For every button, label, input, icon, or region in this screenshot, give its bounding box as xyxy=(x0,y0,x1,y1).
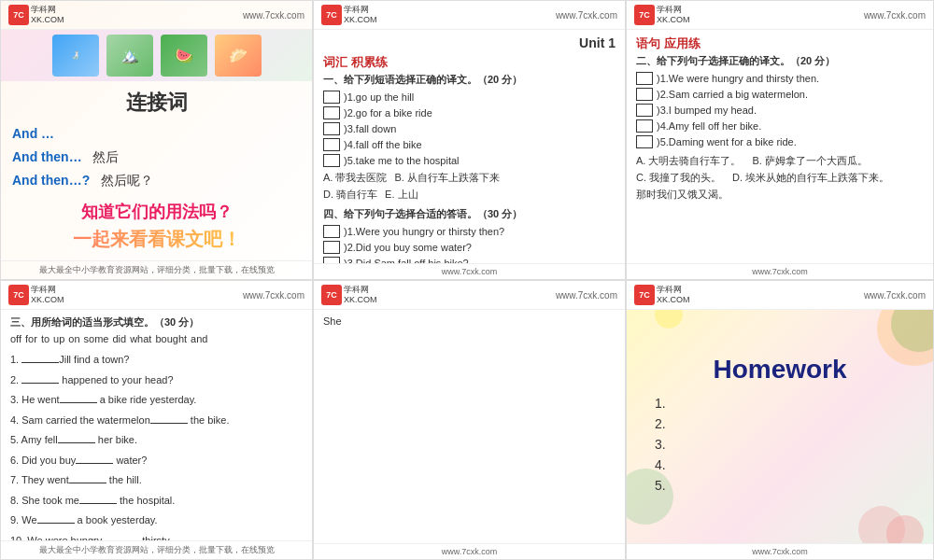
options-section1-2: D. 骑自行车 E. 上山 xyxy=(323,188,616,202)
yq3-text: )3.I bumped my head. xyxy=(657,105,757,116)
panel5-topbar: 7C 学科网 XK.COM www.7cxk.com xyxy=(314,281,625,310)
fill-section-title: 三、用所给词的适当形式填空。（30 分） xyxy=(10,315,303,329)
yq1-bracket xyxy=(636,72,653,85)
panel1-images: 🍶 🏔️ 🍉 🥟 xyxy=(1,30,312,81)
panel2-footer: www.7cxk.com xyxy=(314,263,625,279)
hw-item-3: 3. xyxy=(655,437,924,452)
yq4-text: )4.Amy fell off her bike. xyxy=(657,120,761,132)
questions-section4: )1.Were you hungry or thirsty then? )2.D… xyxy=(323,225,616,263)
questions-section1: )1.go up the hill )2.go for a bike ride … xyxy=(323,91,616,167)
q4-bracket xyxy=(323,138,340,151)
connector-and: And … xyxy=(12,122,301,146)
q1-text: )1.go up the hill xyxy=(344,91,414,103)
q3-bracket xyxy=(323,122,340,135)
homework-list: 1. 2. 3. 4. 5. xyxy=(636,396,924,498)
bottle-image: 🍶 xyxy=(52,35,99,77)
panel6-footer: www.7cxk.com xyxy=(627,543,933,559)
logo-icon-3: 7C xyxy=(634,5,655,25)
slogan-2: 一起来看看课文吧！ xyxy=(12,227,301,252)
fi10: 10. We were hungry thirsty. xyxy=(10,531,303,541)
q5-text: )5.take me to the hospital xyxy=(344,155,460,166)
q4-1-text: )1.Were you hungry or thirsty then? xyxy=(344,226,504,237)
logo-text-1: 学科网 XK.COM xyxy=(31,5,64,25)
hw-item-5: 5. xyxy=(655,478,924,493)
panel-vocab: 7C 学科网 XK.COM www.7cxk.com Unit 1 词汇 积累练… xyxy=(313,0,626,280)
logo-3: 7C 学科网 XK.COM xyxy=(634,5,690,25)
watermelon-image: 🍉 xyxy=(161,35,207,77)
slogan-1: 知道它们的用法吗？ xyxy=(12,201,301,223)
website-2: www.7cxk.com xyxy=(556,10,617,21)
panel-homework: 7C 学科网 XK.COM www.7cxk.com Homework 1. 2… xyxy=(626,280,934,560)
q3-item: )3.fall down xyxy=(323,122,616,135)
website-5: www.7cxk.com xyxy=(556,290,617,301)
panel1-title: 连接词 xyxy=(12,89,301,117)
yq1-text: )1.We were hungry and thirsty then. xyxy=(657,73,819,84)
q2-item: )2.go for a bike ride xyxy=(323,106,616,119)
logo-6: 7C 学科网 XK.COM xyxy=(634,285,690,305)
panel3-footer: www.7cxk.com xyxy=(627,263,933,279)
q4-text: )4.fall off the bike xyxy=(344,139,422,150)
hw-item-4: 4. xyxy=(655,457,924,472)
panel1-topbar: 7C 学科网 XK.COM www.7cxk.com xyxy=(1,1,312,30)
fi2: 2. happened to your head? xyxy=(10,371,303,388)
hw-circle-3 xyxy=(858,506,905,543)
q4-item: )4.fall off the bike xyxy=(323,138,616,151)
vocab-label: 词汇 积累练 xyxy=(323,54,616,71)
logo-icon-1: 7C xyxy=(8,5,29,25)
logo-text-6: 学科网 XK.COM xyxy=(657,285,690,305)
connector-list: And … And then… 然后 And then…? 然后呢？ xyxy=(12,122,301,193)
yopt-A: A. 大明去骑自行车了。 xyxy=(636,154,741,168)
q4-3-item: )3.Did Sam fall off his bike? xyxy=(323,257,616,263)
q1-item: )1.go up the hill xyxy=(323,91,616,104)
panel-select-answer: 7C 学科网 XK.COM www.7cxk.com She www.7cxk.… xyxy=(313,280,626,560)
logo-1: 7C 学科网 XK.COM xyxy=(8,5,64,25)
q1-bracket xyxy=(323,91,340,104)
logo-text-4: 学科网 XK.COM xyxy=(31,285,64,305)
website-1: www.7cxk.com xyxy=(243,10,304,21)
landscape-image: 🏔️ xyxy=(106,35,153,77)
fi1: 1. Jill find a town? xyxy=(10,350,303,368)
options-section1: A. 带我去医院 B. 从自行车上跌落下来 xyxy=(323,171,616,185)
opt-D: D. 骑自行车 xyxy=(323,188,377,202)
panel6-topbar: 7C 学科网 XK.COM www.7cxk.com xyxy=(627,281,933,310)
hw-circle-1 xyxy=(877,310,933,366)
yopt-extra: 那时我们又饿又渴。 xyxy=(636,188,924,202)
panel1-footer: 最大最全中小学教育资源网站，评细分类，批量下载，在线预览 xyxy=(1,260,312,279)
q2-text: )2.go for a bike ride xyxy=(344,107,432,119)
yufa-questions: )1.We were hungry and thirsty then. )2.S… xyxy=(636,72,924,148)
yq2-text: )2.Sam carried a big watermelon. xyxy=(657,89,808,100)
yopt-B: B. 萨姆拿了一个大西瓜。 xyxy=(752,154,867,168)
logo-icon-4: 7C xyxy=(8,285,29,305)
panel4-topbar: 7C 学科网 XK.COM www.7cxk.com xyxy=(1,281,312,310)
food-image: 🥟 xyxy=(215,35,262,77)
fi9: 9. We a book yesterday. xyxy=(10,511,303,528)
panel1-content: 连接词 And … And then… 然后 And then…? 然后呢？ 知… xyxy=(1,81,312,260)
homework-title: Homework xyxy=(713,355,846,385)
hw-item-1: 1. xyxy=(655,396,924,411)
opt-B: B. 从自行车上跌落下来 xyxy=(394,171,499,185)
section4-title: 四、给下列句子选择合适的答语。（30 分） xyxy=(323,207,616,221)
logo-2: 7C 学科网 XK.COM xyxy=(321,5,377,25)
logo-icon-5: 7C xyxy=(321,285,342,305)
yopt-D: D. 埃米从她的自行车上跌落下来。 xyxy=(732,171,889,185)
q3-text: )3.fall down xyxy=(344,123,396,134)
fi4: 4. Sam carried the watermelon the bike. xyxy=(10,411,303,428)
panel-yufa: 7C 学科网 XK.COM www.7cxk.com 语句 应用练 二、给下列句… xyxy=(626,0,934,280)
opt-A: A. 带我去医院 xyxy=(323,171,387,185)
yq3: )3.I bumped my head. xyxy=(636,104,924,117)
q4-2-bracket xyxy=(323,241,340,254)
panel3-content: 语句 应用练 二、给下列句子选择正确的译文。（20 分） )1.We were … xyxy=(627,30,933,263)
yufa-label: 语句 应用练 xyxy=(636,35,924,52)
logo-icon-6: 7C xyxy=(634,285,655,305)
q4-3-bracket xyxy=(323,257,340,263)
section1-title: 一、给下列短语选择正确的译文。（20 分） xyxy=(323,73,616,87)
logo-icon-2: 7C xyxy=(321,5,342,25)
yq4-bracket xyxy=(636,119,653,133)
panel5-footer: www.7cxk.com xyxy=(314,543,625,559)
hw-item-2: 2. xyxy=(655,416,924,431)
panel4-footer: 最大最全中小学教育资源网站，评细分类，批量下载，在线预览 xyxy=(1,540,312,559)
q4-2-item: )2.Did you buy some water? xyxy=(323,241,616,254)
panel-fill: 7C 学科网 XK.COM www.7cxk.com 三、用所给词的适当形式填空… xyxy=(0,280,313,560)
fi8: 8. She took me the hospital. xyxy=(10,491,303,509)
connector-and-then-q: And then…? 然后呢？ xyxy=(12,169,301,192)
